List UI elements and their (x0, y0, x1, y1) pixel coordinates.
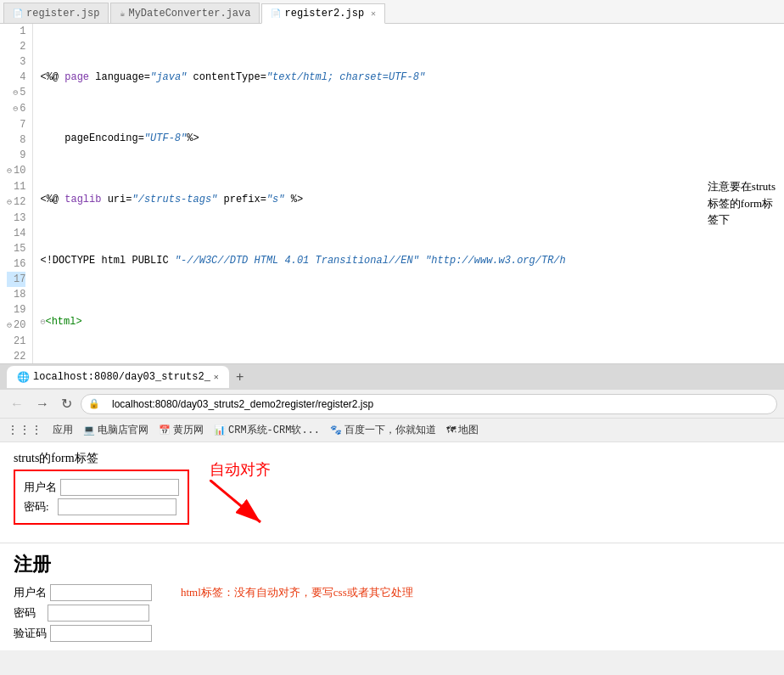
code-line-5: ⊖<html> (40, 314, 777, 330)
browser-tab-close-icon[interactable]: ✕ (214, 372, 219, 382)
username-row: 用户名 (24, 479, 179, 496)
register-username-label: 用户名 (14, 585, 47, 600)
line-num-3: 3 (7, 54, 25, 70)
line-num-8: 8 (7, 132, 25, 148)
svg-line-1 (210, 480, 260, 522)
code-line-3: <%@ taglib uri="/struts-tags" prefix="s"… (40, 192, 777, 207)
tab-mydateconverter-java[interactable]: ☕ MyDateConverter.java (110, 3, 260, 23)
tab-register-jsp[interactable]: 📄 register.jsp (3, 3, 109, 23)
line-num-11: 11 (7, 179, 25, 194)
line-num-19: 19 (7, 302, 25, 318)
register-title: 注册 (14, 552, 770, 577)
browser-container: 🌐 localhost:8080/day03_struts2_ ✕ + ← → … (0, 363, 784, 650)
browser-tab-bar: 🌐 localhost:8080/day03_struts2_ ✕ + (0, 364, 784, 390)
apps-label: 应用 (53, 423, 73, 437)
map-label: 地图 (458, 423, 479, 437)
line-num-7: 7 (7, 117, 25, 132)
line-numbers: 1 2 3 4 5 6 7 8 9 10 11 12 13 14 15 16 1… (0, 24, 33, 363)
file-icon-2: 📄 (271, 8, 281, 19)
username-input[interactable] (60, 479, 179, 496)
map-icon: 🗺 (446, 425, 456, 436)
register-password-input[interactable] (48, 605, 149, 622)
bookmark-calendar[interactable]: 📅 黄历网 (159, 423, 204, 437)
line-num-21: 21 (7, 334, 25, 349)
username-label: 用户名 (24, 480, 57, 495)
struts-form-outer: struts的form标签 用户名 密码: (14, 451, 189, 525)
password-input[interactable] (58, 498, 176, 515)
line-num-4: 4 (7, 70, 25, 85)
bookmark-baidu[interactable]: 🐾 百度一下，你就知道 (330, 423, 436, 437)
calendar-label: 黄历网 (173, 423, 204, 437)
crm-label: CRM系统-CRM软... (228, 423, 320, 437)
bookmark-apps[interactable]: 应用 (53, 423, 73, 437)
password-row: 密码: (24, 498, 179, 515)
line-num-5[interactable]: 5 (7, 85, 25, 101)
lock-icon: 🔒 (88, 398, 100, 409)
tab-close-icon[interactable]: ✕ (371, 8, 376, 19)
back-button[interactable]: ← (7, 395, 27, 413)
line-num-9: 9 (7, 148, 25, 163)
code-line-2: pageEncoding="UTF-8"%> (40, 131, 777, 146)
computer-store-label: 电脑店官网 (98, 423, 148, 437)
register-section: 注册 用户名 html标签：没有自动对齐，要写css或者其它处理 密码 验证码 (0, 543, 784, 650)
tab-bar: 📄 register.jsp ☕ MyDateConverter.java 📄 … (0, 0, 784, 24)
register-username-row: 用户名 html标签：没有自动对齐，要写css或者其它处理 (14, 584, 770, 601)
baidu-label: 百度一下，你就知道 (344, 423, 436, 437)
baidu-icon: 🐾 (330, 425, 342, 436)
computer-store-icon: 💻 (83, 425, 95, 436)
register-captcha-input[interactable] (50, 625, 152, 642)
crm-icon: 📊 (214, 425, 226, 436)
file-icon: 📄 (13, 8, 23, 19)
line-num-14: 14 (7, 226, 25, 241)
line-num-17: 17 (7, 272, 25, 287)
code-editor: 1 2 3 4 5 6 7 8 9 10 11 12 13 14 15 16 1… (0, 24, 784, 363)
url-input[interactable] (104, 396, 770, 413)
register-username-input[interactable] (50, 584, 152, 601)
auto-align-label: 自动对齐 (210, 459, 277, 480)
browser-tab[interactable]: 🌐 localhost:8080/day03_struts2_ ✕ (7, 366, 229, 388)
struts-form-box: 用户名 密码: (14, 470, 189, 525)
line-num-1: 1 (7, 24, 25, 39)
line-num-6[interactable]: 6 (7, 101, 25, 117)
line-num-22: 22 (7, 349, 25, 363)
browser-toolbar: ← → ↻ 🔒 (0, 390, 784, 419)
struts-form-title: struts的form标签 (14, 451, 189, 466)
line-num-2: 2 (7, 39, 25, 54)
calendar-icon: 📅 (159, 425, 171, 436)
new-tab-button[interactable]: + (232, 369, 247, 385)
bookmarks-bar: ⋮⋮⋮ 应用 💻 电脑店官网 📅 黄历网 📊 CRM系统-CRM软... 🐾 百… (0, 419, 784, 442)
bookmark-computer-store[interactable]: 💻 电脑店官网 (83, 423, 148, 437)
annotation-text: 注意要在struts标签的form标签下 (708, 178, 776, 228)
line-num-20[interactable]: 20 (7, 318, 25, 334)
code-content: <%@ page language="java" contentType="te… (33, 24, 784, 363)
apps-icon[interactable]: ⋮⋮⋮ (7, 423, 42, 437)
browser-content-wrapper: struts的form标签 用户名 密码: 自动对齐 (0, 442, 784, 650)
forward-button[interactable]: → (32, 395, 53, 413)
tab-register2-jsp[interactable]: 📄 register2.jsp ✕ (261, 3, 385, 24)
register-captcha-row: 验证码 (14, 625, 770, 642)
browser-favicon: 🌐 (17, 371, 30, 384)
line-num-10[interactable]: 10 (7, 163, 25, 179)
browser-content: struts的form标签 用户名 密码: 自动对齐 (0, 442, 784, 543)
red-arrow-svg (210, 480, 277, 531)
line-num-13: 13 (7, 211, 25, 226)
line-num-18: 18 (7, 287, 25, 302)
java-icon: ☕ (120, 8, 125, 19)
register-password-label: 密码 (14, 605, 44, 621)
code-line-4: <!DOCTYPE html PUBLIC "-//W3C//DTD HTML … (40, 253, 777, 268)
register-password-row: 密码 (14, 605, 770, 622)
bookmark-map[interactable]: 🗺 地图 (446, 423, 479, 437)
password-label: 密码: (24, 499, 54, 515)
code-line-1: <%@ page language="java" contentType="te… (40, 70, 777, 85)
line-num-15: 15 (7, 241, 25, 256)
bookmark-crm[interactable]: 📊 CRM系统-CRM软... (214, 423, 320, 437)
auto-align-section: 自动对齐 (210, 459, 277, 534)
register-captcha-label: 验证码 (14, 626, 47, 641)
refresh-button[interactable]: ↻ (58, 394, 76, 413)
line-num-12[interactable]: 12 (7, 194, 25, 211)
no-align-label: html标签：没有自动对齐，要写css或者其它处理 (181, 585, 413, 600)
line-num-16: 16 (7, 256, 25, 272)
